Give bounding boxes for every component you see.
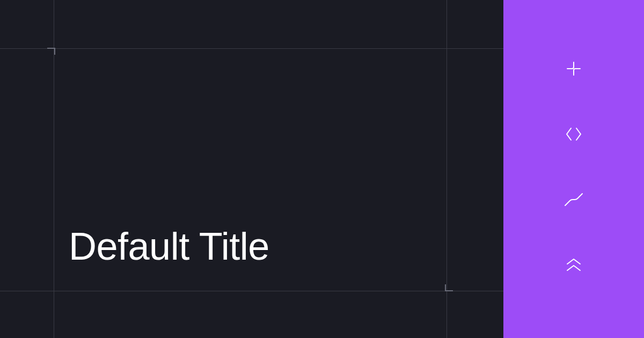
right-sidebar [503, 0, 644, 338]
crop-mark-bottom-right-icon [440, 284, 453, 297]
slashes-icon[interactable] [563, 189, 584, 210]
crosshair-icon[interactable] [563, 58, 584, 79]
double-chevron-up-icon[interactable] [563, 254, 584, 276]
page-title: Default Title [69, 224, 269, 268]
brackets-icon[interactable] [563, 123, 584, 145]
crop-mark-top-left-icon [47, 42, 60, 55]
